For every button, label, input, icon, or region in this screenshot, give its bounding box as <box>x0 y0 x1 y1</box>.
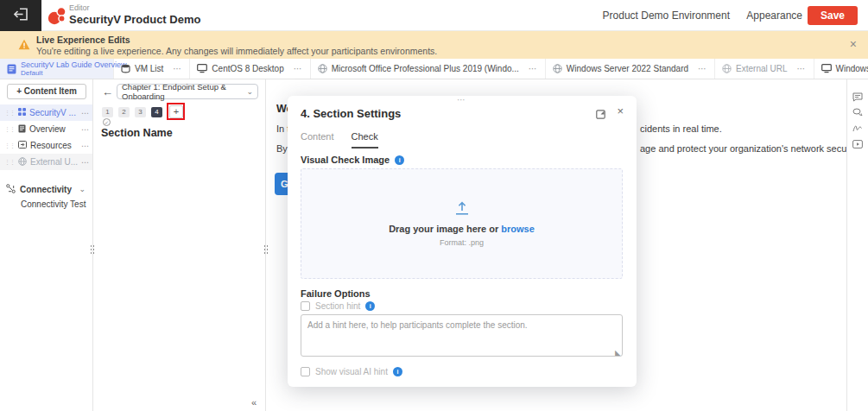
tab-sublabel: Default <box>21 69 127 77</box>
section-content-text-fragment: age and protect your organization's netw… <box>640 143 861 154</box>
image-dropzone[interactable]: Drag your image here or browse Format: .… <box>301 168 623 279</box>
signature-icon[interactable] <box>852 121 863 136</box>
more-icon[interactable]: ⋯ <box>81 142 89 150</box>
monitor-icon <box>821 64 832 73</box>
tab-label: Windows Server 2022 Standard <box>567 64 688 73</box>
section-settings-modal: ⋯ 4. Section Settings × Content Check Vi… <box>288 96 637 387</box>
tab-vm-list[interactable]: VM List ⋯ <box>114 59 190 79</box>
section-hint-row: Section hint i <box>301 301 375 311</box>
browse-link[interactable]: browse <box>501 224 535 234</box>
modal-drag-handle-icon[interactable]: ⋯ <box>288 95 637 104</box>
visual-check-label: Visual Check Image <box>301 155 390 165</box>
page-button-1[interactable]: 1 <box>102 107 113 117</box>
section-hint-checkbox[interactable] <box>301 301 310 311</box>
drag-handle-icon[interactable]: ⋮⋮ <box>4 159 15 166</box>
chevron-down-icon[interactable]: ⌄ <box>79 185 86 193</box>
expand-icon[interactable] <box>596 107 605 123</box>
collapse-panel-icon[interactable]: « <box>251 397 257 408</box>
sidebar-item-label: Overview <box>29 124 66 134</box>
more-icon[interactable]: ⋯ <box>173 64 182 73</box>
nav-product-demo-environment[interactable]: Product Demo Environment <box>603 9 730 22</box>
tab-windows-server-2022[interactable]: Windows Server 2022 Standard ⋯ <box>546 59 715 79</box>
globe-icon <box>318 64 327 73</box>
tab-external-url[interactable]: External URL ⋯ <box>715 59 814 79</box>
add-content-item-button[interactable]: + Content Item <box>7 84 86 99</box>
more-icon[interactable]: ⋯ <box>698 64 707 73</box>
sidebar-item-external-url[interactable]: ⋮⋮ External U... ⋯ <box>0 154 92 170</box>
sidebar-item-label: Resources <box>30 141 72 150</box>
save-button[interactable]: Save <box>808 6 858 25</box>
right-toolbar <box>846 79 868 411</box>
more-icon[interactable]: ⋯ <box>529 64 538 73</box>
more-icon[interactable]: ⋯ <box>294 64 303 73</box>
page-button-3[interactable]: 3 <box>135 107 146 117</box>
page-button-2[interactable]: 2 <box>118 107 130 117</box>
title-block: Editor SecurityV Product Demo <box>69 3 200 26</box>
chat-icon[interactable] <box>852 105 863 121</box>
tab-content[interactable]: Content <box>301 131 334 149</box>
hint-textarea[interactable] <box>301 314 623 357</box>
video-icon[interactable] <box>852 136 863 152</box>
sidebar-item-label: External U... <box>30 157 78 167</box>
tab-ms-office[interactable]: Microsoft Office Professional Plus 2019 … <box>311 59 546 79</box>
comment-icon[interactable] <box>852 90 863 105</box>
tab-check[interactable]: Check <box>352 131 378 149</box>
cloudshare-logo <box>47 6 67 29</box>
section-content-text-fragment: cidents in real time. <box>640 123 722 134</box>
top-bar: Editor SecurityV Product Demo Product De… <box>0 0 868 31</box>
tab-centos-8-desktop[interactable]: CentOS 8 Desktop ⋯ <box>190 59 310 79</box>
panel-resize-handle[interactable] <box>263 244 268 254</box>
tab-label-block: SecurityV Lab Guide Overview Default <box>21 60 127 77</box>
exit-editor-button[interactable] <box>0 0 41 31</box>
monitor-icon <box>197 64 207 73</box>
connectivity-icon <box>6 184 16 195</box>
connectivity-section[interactable]: Connectivity ⌄ <box>0 180 92 198</box>
page-button-4-active[interactable]: 4 <box>151 107 162 117</box>
info-icon[interactable]: i <box>393 367 402 376</box>
vm-icon <box>121 64 130 73</box>
close-icon[interactable]: × <box>617 104 624 117</box>
drag-handle-icon[interactable]: ⋮⋮ <box>4 142 15 149</box>
drag-handle-icon[interactable]: ⋮⋮ <box>4 110 15 117</box>
chevron-down-icon: ⌄ <box>246 87 253 96</box>
drag-handle-icon[interactable]: ⋮⋮ <box>4 126 15 133</box>
visual-check-row: Visual Check Image i <box>301 155 404 165</box>
tab-label: VM List <box>135 64 163 73</box>
globe-icon <box>722 64 732 73</box>
document-icon <box>7 64 16 74</box>
resources-icon <box>18 141 27 150</box>
connectivity-test-item[interactable]: Connectivity Test <box>21 199 86 209</box>
warning-icon <box>18 38 30 54</box>
section-pager: 1 2 3 4 + <box>102 104 185 120</box>
more-icon[interactable]: ⋯ <box>797 64 807 73</box>
editor-window: Editor SecurityV Product Demo Product De… <box>0 0 868 411</box>
dropzone-text: Drag your image here or browse <box>389 224 535 234</box>
back-arrow-icon[interactable]: ← <box>102 85 113 98</box>
section-hint-label: Section hint <box>315 301 360 311</box>
tab-label: Windows 10 Pro <box>836 64 868 73</box>
panel-resize-handle[interactable] <box>90 244 94 254</box>
more-icon[interactable]: ⋯ <box>81 109 89 117</box>
info-icon[interactable]: i <box>395 155 404 165</box>
dropzone-format: Format: .png <box>440 238 484 247</box>
sidebar-item-overview[interactable]: ⋮⋮ Overview ⋯ <box>0 121 92 137</box>
tab-lab-guide-overview[interactable]: SecurityV Lab Guide Overview Default ⋯ <box>0 59 114 79</box>
sidebar-item-resources[interactable]: ⋮⋮ Resources ⋯ <box>0 137 92 154</box>
overview-icon <box>18 124 26 135</box>
tab-label: CentOS 8 Desktop <box>212 64 283 73</box>
page-title: SecurityV Product Demo <box>69 13 200 26</box>
app-label: Editor <box>69 3 200 12</box>
info-icon[interactable]: i <box>365 301 375 311</box>
tab-label: Microsoft Office Professional Plus 2019 … <box>332 64 519 73</box>
sidebar-item-securityv[interactable]: ⋮⋮ SecurityV ... ⋯ <box>0 104 92 121</box>
content-sidebar: + Content Item ⋮⋮ SecurityV ... ⋯ ⋮⋮ Ove… <box>0 79 93 411</box>
more-icon[interactable]: ⋯ <box>81 158 89 167</box>
nav-appearance[interactable]: Appearance <box>746 9 802 22</box>
more-icon[interactable]: ⋯ <box>81 125 89 134</box>
external-url-icon <box>18 157 27 168</box>
visual-ai-hint-checkbox[interactable] <box>301 367 310 376</box>
tab-windows-10-pro[interactable]: Windows 10 Pro ⋯ <box>814 59 868 79</box>
chapter-select[interactable]: Chapter 1: Endpoint Setup & Onboarding ⌄ <box>117 84 258 99</box>
chapter-panel: ← Chapter 1: Endpoint Setup & Onboarding… <box>93 79 266 411</box>
close-icon[interactable]: × <box>850 37 857 51</box>
